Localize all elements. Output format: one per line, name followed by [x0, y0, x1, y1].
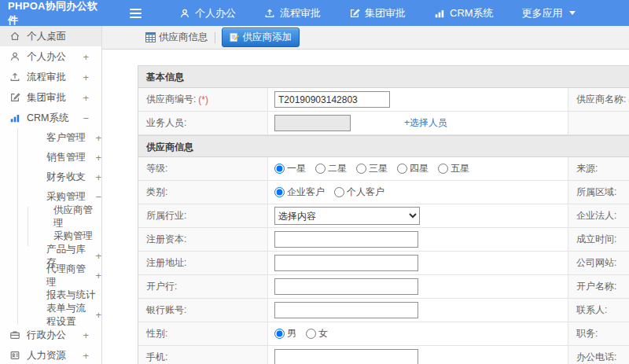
- sidebar-item-label: 采购管理: [53, 230, 93, 243]
- radio-option[interactable]: 三星: [356, 162, 388, 175]
- form-row-reg-address: 注册地址: 公司网站:: [138, 252, 629, 275]
- tab-bar: 供应商信息 供应商添加: [102, 26, 629, 50]
- topnav-label: CRM系统: [450, 6, 494, 20]
- sidebar-item-label: 行政办公: [27, 329, 83, 342]
- expand-icon[interactable]: +: [95, 172, 101, 182]
- form-row-industry: 所属行业: 选择内容 企业法人:: [138, 204, 629, 228]
- expand-icon[interactable]: +: [83, 330, 89, 340]
- expand-icon[interactable]: +: [95, 133, 101, 143]
- field-cell: [268, 252, 568, 274]
- hamburger-menu-icon[interactable]: [130, 9, 142, 18]
- radio-option[interactable]: 男: [274, 327, 296, 340]
- select-person-link[interactable]: +选择人员: [404, 116, 447, 130]
- radio-button[interactable]: [334, 187, 344, 197]
- reg-address-input[interactable]: [274, 255, 418, 271]
- radio-button[interactable]: [438, 164, 448, 174]
- topnav-crm-system[interactable]: CRM系统: [434, 6, 494, 20]
- sidebar-item-label: 销售管理: [46, 151, 95, 164]
- field-label: 企业法人:: [568, 204, 629, 227]
- supplier-no-input[interactable]: [274, 91, 390, 108]
- flow-icon: [9, 72, 20, 83]
- collapse-icon[interactable]: −: [83, 113, 89, 123]
- radio-option[interactable]: 一星: [274, 162, 306, 175]
- tab-supplier-add[interactable]: 供应商添加: [222, 28, 300, 47]
- topnav-workflow-approval[interactable]: 流程审批: [264, 6, 321, 20]
- field-label: 所属行业:: [138, 204, 268, 227]
- radio-label: 三星: [369, 162, 388, 175]
- radio-button[interactable]: [397, 164, 407, 174]
- sidebar-item-form-flow-settings[interactable]: 表单与流程设置 +: [18, 305, 101, 325]
- radio-button[interactable]: [274, 187, 285, 197]
- sidebar-item-sales-mgmt[interactable]: 销售管理 +: [18, 148, 101, 167]
- sidebar-item-supplier-mgmt[interactable]: 供应商管理: [28, 207, 101, 226]
- radio-button[interactable]: [306, 329, 316, 339]
- field-label: 类别:: [138, 181, 268, 204]
- expand-icon[interactable]: +: [83, 351, 89, 361]
- radio-label: 企业客户: [287, 186, 325, 199]
- staff-input[interactable]: [274, 115, 351, 131]
- expand-icon[interactable]: +: [83, 93, 89, 103]
- radio-option[interactable]: 五星: [438, 162, 469, 175]
- field-label: 手机:: [138, 346, 268, 364]
- radio-button[interactable]: [315, 164, 326, 174]
- expand-icon[interactable]: +: [95, 153, 101, 163]
- expand-icon[interactable]: +: [95, 310, 101, 320]
- hr-icon: [9, 350, 20, 361]
- sidebar-item-agent-mgmt[interactable]: 代理商管理 +: [18, 266, 101, 285]
- chart-icon: [9, 112, 20, 123]
- radio-button[interactable]: [274, 329, 285, 339]
- radio-label: 二星: [328, 162, 347, 175]
- sidebar-item-crm-system[interactable]: CRM系统 −: [0, 108, 101, 128]
- radio-option[interactable]: 四星: [397, 162, 429, 175]
- radio-label: 个人客户: [347, 186, 384, 199]
- topbar: PHPOA协同办公软件 个人办公 流程审批 集团审批 CRM系统 更多应用: [0, 0, 629, 26]
- expand-icon[interactable]: +: [95, 270, 101, 281]
- label-text: 手机:: [146, 351, 167, 364]
- collapse-icon[interactable]: −: [95, 192, 101, 202]
- label-text: 业务人员:: [146, 116, 186, 130]
- field-label: 职务:: [568, 322, 629, 345]
- radio-button[interactable]: [274, 164, 285, 174]
- industry-select[interactable]: 选择内容: [274, 207, 420, 225]
- topnav-group-approval[interactable]: 集团审批: [349, 6, 406, 20]
- topnav-label: 流程审批: [280, 6, 321, 20]
- radio-label: 五星: [451, 162, 469, 175]
- field-label: 成立时间:: [568, 228, 629, 251]
- sidebar-item-hr[interactable]: 人力资源 +: [0, 345, 101, 364]
- sidebar-item-group-approval[interactable]: 集团审批 +: [0, 87, 101, 108]
- expand-icon[interactable]: +: [83, 52, 89, 62]
- sidebar-item-customer-mgmt[interactable]: 客户管理 +: [18, 128, 101, 148]
- topnav-personal-office[interactable]: 个人办公: [179, 6, 236, 20]
- chart-icon: [434, 8, 445, 19]
- expand-icon[interactable]: +: [95, 251, 101, 261]
- expand-icon[interactable]: +: [83, 72, 89, 83]
- form-pencil-icon: [230, 32, 240, 42]
- sidebar-item-label: 客户管理: [46, 131, 95, 145]
- field-cell: [268, 228, 568, 251]
- radio-label: 男: [287, 327, 296, 340]
- radio-option[interactable]: 女: [306, 327, 328, 340]
- sidebar-item-label: 流程审批: [27, 71, 83, 84]
- tab-supplier-info[interactable]: 供应商信息: [145, 31, 208, 44]
- sidebar-item-personal-desktop[interactable]: 个人桌面: [0, 26, 101, 46]
- sidebar-item-personal-office[interactable]: 个人办公 +: [0, 46, 101, 67]
- radio-option[interactable]: 个人客户: [334, 186, 384, 199]
- form-row-supplier-no: 供应商编号: (*) 供应商名称: (*): [138, 88, 629, 112]
- radio-label: 一星: [287, 162, 306, 175]
- sidebar-item-label: 财务收支: [46, 171, 95, 184]
- form-row-bank-account: 银行账号: 联系人:: [138, 299, 629, 322]
- sidebar-item-finance[interactable]: 财务收支 +: [18, 167, 101, 187]
- topnav-more-apps[interactable]: 更多应用: [522, 6, 576, 20]
- bank-account-input[interactable]: [274, 302, 418, 318]
- sidebar-item-workflow-approval[interactable]: 流程审批 +: [0, 67, 101, 87]
- mobile-input[interactable]: [274, 349, 418, 364]
- top-navigation: 个人办公 流程审批 集团审批 CRM系统 更多应用: [179, 6, 576, 20]
- radio-option[interactable]: 二星: [315, 162, 347, 175]
- radio-option[interactable]: 企业客户: [274, 186, 325, 199]
- bank-input[interactable]: [274, 278, 418, 295]
- tab-label: 供应商添加: [243, 31, 292, 44]
- field-label: 开户名称:: [568, 275, 629, 298]
- radio-button[interactable]: [356, 164, 366, 174]
- label-text: 性别:: [146, 327, 167, 340]
- reg-capital-input[interactable]: [274, 231, 418, 248]
